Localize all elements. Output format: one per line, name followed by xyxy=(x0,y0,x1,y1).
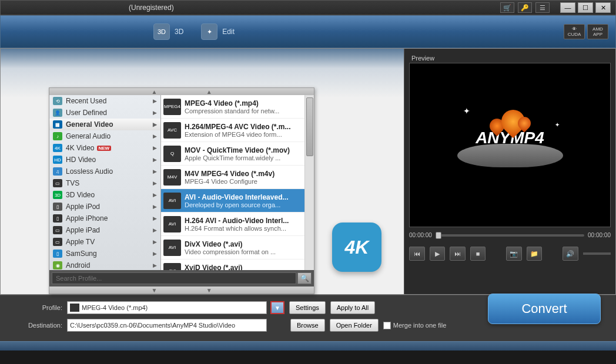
format-desc: MPEG-4 Video Configure xyxy=(185,178,303,185)
stop-button[interactable]: ■ xyxy=(470,247,486,261)
chevron-right-icon: ▶ xyxy=(153,122,157,127)
play-button[interactable]: ▶ xyxy=(430,247,446,261)
search-button[interactable]: 🔍 xyxy=(297,272,312,284)
category-item[interactable]: 3D3D Video▶ xyxy=(49,189,160,201)
format-scrollbar[interactable] xyxy=(304,95,314,270)
format-item[interactable]: QMOV - QuickTime Video (*.mov)Apple Quic… xyxy=(161,142,314,166)
format-title: H.264 AVI - Audio-Video Interl... xyxy=(185,217,303,225)
profile-dropdown-button[interactable]: ▼ xyxy=(270,301,284,314)
close-button[interactable]: ✕ xyxy=(595,2,611,13)
chevron-right-icon: ▶ xyxy=(153,98,157,104)
preview-pane: Preview ✦ ✦ ANYMP4 00:00:00 00:00:00 ⏮ ▶… xyxy=(404,49,615,294)
folder-button[interactable]: 📁 xyxy=(527,247,543,261)
category-item[interactable]: 4K4K VideoNEW▶ xyxy=(49,142,160,154)
chevron-right-icon: ▶ xyxy=(153,168,157,174)
time-thumb[interactable] xyxy=(436,232,441,239)
format-title: MPEG-4 Video (*.mp4) xyxy=(185,99,303,107)
destination-input[interactable]: C:\Users\pc0359.cn-06\Documents\AnyMP4 S… xyxy=(67,319,267,332)
preview-area: ✦ ✦ ANYMP4 xyxy=(409,63,611,227)
titlebar-text: (Unregistered) xyxy=(129,4,174,12)
next-button[interactable]: ⏭ xyxy=(450,247,466,261)
player-controls: ⏮ ▶ ⏭ ■ 📷 📁 🔊 xyxy=(409,247,611,261)
format-title: MOV - QuickTime Video (*.mov) xyxy=(185,146,303,154)
category-icon: HD xyxy=(53,156,62,164)
category-label: Apple iPad xyxy=(66,226,100,234)
category-label: SamSung xyxy=(66,250,97,258)
format-item[interactable]: MPEG4MPEG-4 Video (*.mp4)Compression sta… xyxy=(161,95,314,119)
time-row: 00:00:00 00:00:00 xyxy=(409,232,611,238)
tool-3d[interactable]: 3D 3D xyxy=(153,23,183,40)
category-item[interactable]: HDHD Video▶ xyxy=(49,154,160,166)
format-item[interactable]: M4VM4V MPEG-4 Video (*.m4v)MPEG-4 Video … xyxy=(161,166,314,189)
volume-button[interactable]: 🔊 xyxy=(563,247,578,261)
category-item[interactable]: ▭Apple iPad▶ xyxy=(49,224,160,236)
key-icon[interactable]: 🔑 xyxy=(518,2,532,13)
category-item[interactable]: ▯Apple iPhone▶ xyxy=(49,213,160,224)
format-item[interactable]: AVIAVI - Audio-Video Interleaved...Derel… xyxy=(161,189,314,213)
chevron-right-icon: ▶ xyxy=(153,227,157,233)
category-item[interactable]: ♪General Audio▶ xyxy=(49,130,160,142)
popup-scroll-down[interactable]: ▼ ▼ xyxy=(49,287,314,294)
category-item[interactable]: ⟲Recent Used▶ xyxy=(49,95,160,107)
format-item[interactable]: AVIXviD Video (*.avi)Video compression f… xyxy=(161,259,314,270)
settings-button[interactable]: Settings xyxy=(289,301,326,314)
format-icon: AVI xyxy=(163,263,181,271)
format-item[interactable]: AVIH.264 AVI - Audio-Video Interl...H.26… xyxy=(161,213,314,236)
format-title: XviD Video (*.avi) xyxy=(185,264,303,271)
menu-icon[interactable]: ☰ xyxy=(535,2,550,13)
cube-3d-icon: 3D xyxy=(153,23,170,40)
category-item[interactable]: ▯Apple iPod▶ xyxy=(49,201,160,213)
chevron-right-icon: ▶ xyxy=(153,239,157,245)
category-item[interactable]: ▭Apple TV▶ xyxy=(49,236,160,248)
profile-combo[interactable]: MPEG-4 Video (*.mp4) xyxy=(67,301,267,314)
category-item[interactable]: 👤User Defined▶ xyxy=(49,107,160,119)
browse-button[interactable]: Browse xyxy=(290,319,325,332)
category-item[interactable]: ▦General Video▶ xyxy=(49,119,160,130)
category-label: Lossless Audio xyxy=(66,167,113,176)
category-icon: ▭ xyxy=(53,179,62,187)
format-item[interactable]: AVCH.264/MPEG-4 AVC Video (*.m...Extensi… xyxy=(161,119,314,142)
category-item[interactable]: ▭TVS▶ xyxy=(49,177,160,189)
tool-3d-label: 3D xyxy=(175,28,183,36)
main-area: ▲ ▲ ⟲Recent Used▶👤User Defined▶▦General … xyxy=(0,48,616,295)
open-folder-button[interactable]: Open Folder xyxy=(330,319,379,332)
category-icon: ▭ xyxy=(53,238,62,246)
toolbar: 3D 3D ✦ Edit 👁CUDA AMDAPP xyxy=(0,15,616,48)
category-icon: 3D xyxy=(53,191,62,199)
scroll-thumb[interactable] xyxy=(306,97,313,156)
chevron-right-icon: ▶ xyxy=(153,262,157,268)
minimize-button[interactable]: — xyxy=(560,2,575,13)
convert-button[interactable]: Convert xyxy=(488,294,601,324)
chevron-right-icon: ▶ xyxy=(153,180,157,186)
popup-scroll-up[interactable]: ▲ ▲ xyxy=(49,88,314,95)
format-title: H.264/MPEG-4 AVC Video (*.m... xyxy=(185,123,303,131)
apply-all-button[interactable]: Apply to All xyxy=(330,301,375,314)
format-item[interactable]: AVIDivX Video (*.avi)Video compression f… xyxy=(161,236,314,259)
volume-slider[interactable] xyxy=(583,252,611,255)
tool-edit[interactable]: ✦ Edit xyxy=(201,23,235,40)
search-input[interactable] xyxy=(52,272,296,284)
merge-checkbox-label[interactable]: Merge into one file xyxy=(383,322,447,329)
preview-label: Preview xyxy=(409,53,611,63)
category-item[interactable]: ▯SamSung▶ xyxy=(49,248,160,259)
footer-strip xyxy=(0,341,616,350)
category-item[interactable]: ♫Lossless Audio▶ xyxy=(49,166,160,177)
cart-icon[interactable]: 🛒 xyxy=(500,2,514,13)
format-desc: Apple QuickTime format.widely ... xyxy=(185,154,303,161)
time-slider[interactable] xyxy=(436,234,584,237)
format-desc: Extension of MPEG4 video form... xyxy=(185,131,303,138)
category-list[interactable]: ⟲Recent Used▶👤User Defined▶▦General Vide… xyxy=(49,95,161,270)
snapshot-button[interactable]: 📷 xyxy=(506,247,522,261)
wand-icon: ✦ xyxy=(201,23,217,40)
chevron-right-icon: ▶ xyxy=(153,110,157,116)
chevron-right-icon: ▶ xyxy=(153,145,157,151)
maximize-button[interactable]: ☐ xyxy=(578,2,593,13)
merge-checkbox[interactable] xyxy=(383,322,391,329)
category-icon: ▭ xyxy=(53,226,62,234)
category-icon: ▯ xyxy=(53,250,62,258)
window-controls: — ☐ ✕ xyxy=(560,2,611,13)
format-list[interactable]: MPEG4MPEG-4 Video (*.mp4)Compression sta… xyxy=(161,95,314,270)
category-item[interactable]: ◉Android▶ xyxy=(49,259,160,270)
category-icon: ♪ xyxy=(53,132,62,140)
prev-button[interactable]: ⏮ xyxy=(409,247,425,261)
